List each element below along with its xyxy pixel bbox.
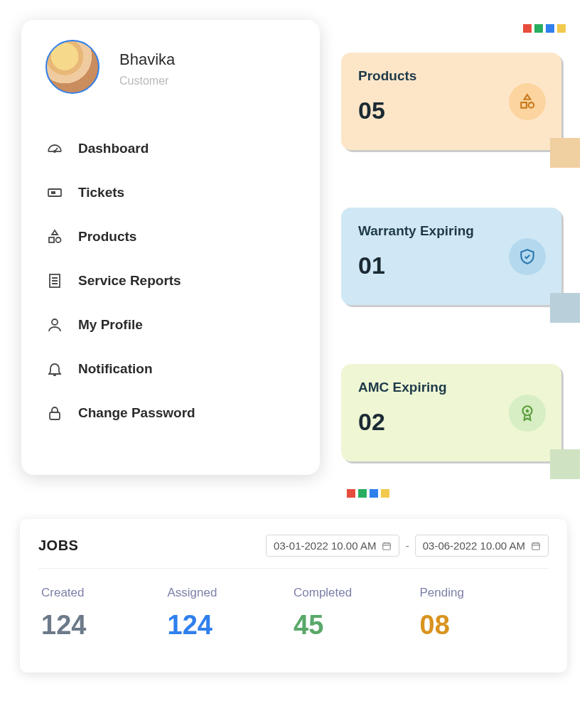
ticket-icon (45, 183, 64, 202)
report-icon (45, 272, 64, 290)
svg-rect-2 (51, 191, 55, 194)
shapes-icon (45, 228, 64, 246)
nav-label: Notification (78, 361, 153, 377)
shield-icon (509, 238, 546, 275)
job-stat-created: Created 124 (41, 586, 168, 641)
card-amc[interactable]: AMC Expiring 02 (341, 364, 561, 461)
nav-label: Products (78, 229, 136, 245)
decor-dots-top (523, 24, 566, 33)
card-title: AMC Expiring (358, 380, 544, 395)
card-products[interactable]: Products 05 (341, 53, 561, 150)
nav-label: Tickets (78, 185, 124, 200)
nav-item-my-profile[interactable]: My Profile (45, 303, 296, 347)
date-from-text: 03-01-2022 10.00 AM (274, 540, 376, 552)
job-label: Completed (294, 586, 420, 600)
lock-icon (45, 404, 64, 422)
svg-point-6 (52, 319, 58, 325)
job-value: 124 (41, 610, 168, 641)
decor-dots-mid (347, 489, 389, 498)
date-range: 03-01-2022 10.00 AM - 03-06-2022 10.00 A… (266, 535, 549, 557)
date-from-input[interactable]: 03-01-2022 10.00 AM (266, 535, 399, 557)
card-warranty[interactable]: Warranty Expiring 01 (341, 208, 561, 305)
nav-label: My Profile (78, 317, 143, 333)
card-title: Warranty Expiring (358, 223, 544, 239)
nav-item-products[interactable]: Products (45, 215, 296, 259)
jobs-panel: JOBS 03-01-2022 10.00 AM - 03-06-2022 10… (20, 519, 567, 673)
nav-label: Service Reports (78, 273, 181, 289)
badge-icon (509, 395, 546, 432)
job-stat-assigned: Assigned 124 (168, 586, 294, 641)
profile-name: Bhavika (119, 50, 175, 69)
corner-tab (550, 138, 580, 168)
svg-rect-3 (49, 237, 54, 242)
profile-role: Customer (119, 75, 175, 87)
calendar-icon (382, 541, 392, 551)
svg-rect-11 (383, 542, 391, 549)
job-value: 45 (294, 610, 420, 641)
sidebar: Bhavika Customer Dashboard Tickets Produ… (21, 20, 320, 475)
avatar (45, 40, 99, 94)
nav-item-notification[interactable]: Notification (45, 347, 296, 391)
date-to-input[interactable]: 03-06-2022 10.00 AM (415, 535, 549, 557)
nav-item-dashboard[interactable]: Dashboard (45, 127, 296, 171)
job-label: Pending (420, 586, 546, 600)
calendar-icon (531, 541, 541, 551)
job-value: 08 (420, 610, 546, 641)
date-to-text: 03-06-2022 10.00 AM (423, 540, 525, 552)
corner-tab (550, 293, 580, 323)
dashboard-icon (45, 139, 64, 158)
date-separator: - (405, 540, 409, 552)
svg-rect-7 (50, 412, 60, 419)
svg-point-9 (529, 102, 534, 108)
svg-point-4 (56, 237, 61, 242)
bell-icon (45, 360, 64, 378)
profile-block: Bhavika Customer (45, 40, 296, 94)
jobs-title: JOBS (38, 537, 78, 554)
job-value: 124 (168, 610, 294, 641)
card-title: Products (358, 68, 544, 84)
shapes-icon (509, 83, 546, 120)
nav-item-change-password[interactable]: Change Password (45, 391, 296, 435)
svg-rect-12 (532, 542, 540, 549)
corner-tab (550, 449, 580, 479)
job-stat-completed: Completed 45 (294, 586, 420, 641)
nav-label: Dashboard (78, 141, 149, 156)
nav-list: Dashboard Tickets Products Service Repor… (45, 127, 296, 435)
svg-rect-8 (521, 102, 527, 108)
nav-item-tickets[interactable]: Tickets (45, 171, 296, 215)
profile-icon (45, 316, 64, 334)
nav-label: Change Password (78, 405, 195, 421)
job-stat-pending: Pending 08 (420, 586, 546, 641)
nav-item-service-reports[interactable]: Service Reports (45, 259, 296, 303)
job-label: Created (41, 586, 168, 600)
job-label: Assigned (168, 586, 294, 600)
